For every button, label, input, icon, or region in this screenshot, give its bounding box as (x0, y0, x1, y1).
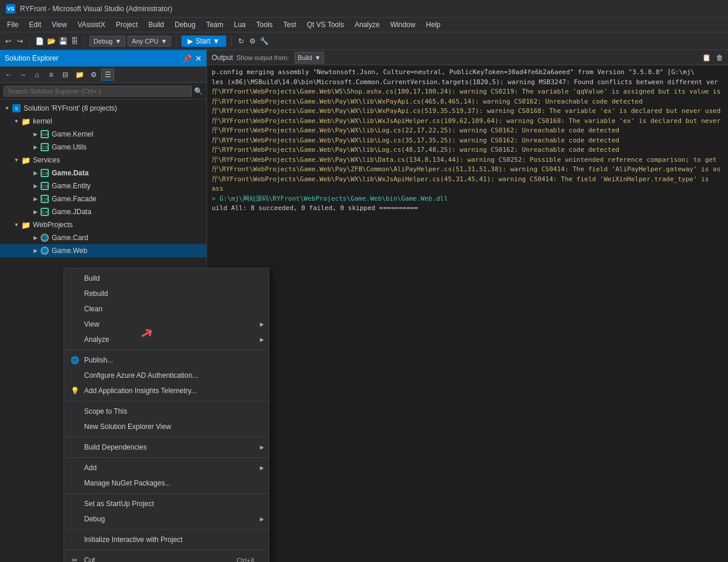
cm-clean[interactable]: Clean (64, 301, 269, 317)
se-properties-btn[interactable]: ⚙ (87, 69, 100, 81)
cm-build-deps-label: Build Dependencies (84, 443, 147, 451)
cm-add[interactable]: Add (64, 460, 269, 475)
se-game-entity-item[interactable]: ▶ C# Game.Entity (0, 179, 206, 192)
se-home-btn[interactable]: ⌂ (31, 69, 44, 81)
cm-manage-nuget[interactable]: Manage NuGet Packages... (64, 475, 269, 491)
se-search-input[interactable] (4, 86, 192, 97)
menu-bar: File Edit View VAssistX Project Build De… (0, 18, 728, 32)
cm-init-interactive[interactable]: Initialize Interactive with Project (64, 532, 269, 547)
menu-vassistx[interactable]: VAssistX (73, 19, 110, 31)
menu-edit[interactable]: Edit (24, 19, 46, 31)
tools-icon-1[interactable]: ⚙ (248, 36, 258, 46)
se-active-btn[interactable]: ☰ (101, 69, 114, 81)
output-toolbar-icons: 📋 🗑 (702, 54, 723, 62)
tools-icon-2[interactable]: 🔧 (260, 36, 269, 46)
cm-build-deps[interactable]: Build Dependencies (64, 440, 269, 455)
se-game-utils-item[interactable]: ▶ C# Game.Utils (0, 141, 206, 154)
se-collapse-btn[interactable]: ⊟ (59, 69, 72, 81)
cm-add-insights-label: Add Application Insights Telemetry... (84, 387, 197, 395)
folder-icon: 📁 (21, 220, 31, 230)
cm-cut-label: Cut (84, 556, 95, 562)
se-filter-btn[interactable]: ≡ (45, 69, 58, 81)
cm-scope[interactable]: Scope to This (64, 404, 269, 419)
se-back-btn[interactable]: ← (2, 69, 15, 81)
cm-publish[interactable]: 🌐 Publish... (64, 353, 269, 368)
refresh-icon[interactable]: ↻ (236, 36, 246, 46)
webprojects-label: WebProjects (33, 221, 73, 229)
cm-new-se-view[interactable]: New Solution Explorer View (64, 419, 269, 434)
menu-team[interactable]: Team (201, 19, 228, 31)
cm-debug[interactable]: Debug (64, 511, 269, 527)
output-line: > G:\mj\网站源码\RYFront\WebProjects\Game.We… (212, 194, 723, 204)
menu-qtvstools[interactable]: Qt VS Tools (302, 19, 349, 31)
save-icon[interactable]: 💾 (58, 36, 68, 46)
se-show-all-files-btn[interactable]: 📁 (73, 69, 86, 81)
cm-init-interactive-label: Initialize Interactive with Project (84, 536, 182, 544)
cm-configure-azure[interactable]: Configure Azure AD Authentication... (64, 368, 269, 383)
se-pin-icon[interactable]: 📌 (182, 54, 192, 63)
menu-analyze[interactable]: Analyze (350, 19, 385, 31)
output-clear-icon[interactable]: 🗑 (716, 54, 723, 62)
se-kernel-folder[interactable]: ▼ 📁 kernel (0, 115, 206, 128)
proj-icon: C# (40, 168, 49, 178)
cm-add-insights[interactable]: 💡 Add Application Insights Telemetry... (64, 383, 269, 398)
menu-help[interactable]: Help (421, 19, 445, 31)
output-source-arrow: ▼ (315, 54, 321, 61)
se-forward-btn[interactable]: → (16, 69, 29, 81)
menu-debug[interactable]: Debug (170, 19, 200, 31)
cm-publish-icon: 🌐 (69, 356, 81, 364)
expand-arrow: ▶ (31, 196, 40, 202)
se-header: Solution Explorer 📌 ✕ (0, 50, 206, 66)
menu-tools[interactable]: Tools (252, 19, 278, 31)
cm-view[interactable]: View (64, 317, 269, 332)
webproj-icon: 🌐 (40, 246, 49, 255)
new-icon[interactable]: 📄 (35, 36, 44, 46)
platform-dropdown[interactable]: Any CPU ▼ (128, 36, 171, 46)
window-title: RYFront - Microsoft Visual Studio (Admin… (20, 5, 172, 13)
cm-set-startup[interactable]: Set as StartUp Project (64, 496, 269, 511)
cm-cut[interactable]: ✂ Cut Ctrl+X (64, 553, 269, 562)
save-all-icon[interactable]: 🗄 (70, 36, 79, 46)
se-game-jdata-item[interactable]: ▶ C# Game.JData (0, 205, 206, 218)
se-game-kernel-item[interactable]: ▶ C# Game.Kernel (0, 128, 206, 141)
output-source-dropdown[interactable]: Build ▼ (295, 52, 323, 64)
output-line: 厅\RYFront\WebProjects\Game.Web\Pay\WX\li… (212, 107, 723, 117)
menu-project[interactable]: Project (111, 19, 142, 31)
undo-icon[interactable]: ↩ (4, 36, 13, 46)
debug-mode-dropdown[interactable]: Debug ▼ (89, 36, 125, 46)
menu-view[interactable]: View (47, 19, 72, 31)
cm-analyze[interactable]: Analyze (64, 332, 269, 347)
menu-build[interactable]: Build (143, 19, 169, 31)
menu-test[interactable]: Test (279, 19, 301, 31)
se-webprojects-folder[interactable]: ▼ 📁 WebProjects (0, 218, 206, 231)
cm-analyze-label: Analyze (84, 335, 109, 344)
folder-icon: 📁 (21, 117, 31, 126)
menu-window[interactable]: Window (386, 19, 420, 31)
se-search-icon[interactable]: 🔍 (194, 87, 203, 95)
expand-arrow: ▶ (31, 170, 40, 176)
cm-rebuild-label: Rebuild (84, 290, 108, 298)
se-close-icon[interactable]: ✕ (195, 54, 202, 63)
se-solution-item[interactable]: ▼ S Solution 'RYFront' (8 projects) (0, 102, 206, 115)
open-icon[interactable]: 📂 (46, 36, 56, 46)
menu-file[interactable]: File (2, 19, 23, 31)
output-panel: Output Show output from: Build ▼ 📋 🗑 p.c… (207, 50, 728, 562)
menu-lua[interactable]: Lua (229, 19, 251, 31)
se-game-facade-item[interactable]: ▶ C# Game.Facade (0, 192, 206, 205)
start-button[interactable]: ▶ Start ▼ (181, 35, 226, 47)
proj-icon: C# (40, 181, 49, 191)
game-utils-label: Game.Utils (52, 143, 86, 151)
cm-build[interactable]: Build (64, 271, 269, 286)
game-facade-label: Game.Facade (52, 195, 96, 203)
output-line: 厅\RYFront\WebProjects\Game.Web\Pay\ZFB\C… (212, 165, 723, 175)
cm-clean-label: Clean (84, 305, 102, 313)
output-copy-icon[interactable]: 📋 (702, 54, 711, 62)
se-game-web-item[interactable]: ▶ 🌐 Game.Web (0, 244, 206, 257)
expand-arrow: ▶ (31, 209, 40, 215)
cm-rebuild[interactable]: Rebuild (64, 286, 269, 301)
redo-icon[interactable]: ↪ (15, 36, 25, 46)
se-game-data-item[interactable]: ▶ C# Game.Data (0, 167, 206, 179)
se-game-card-item[interactable]: ▶ 🌐 Game.Card (0, 231, 206, 244)
se-services-folder[interactable]: ▼ 📁 Services (0, 154, 206, 167)
cm-insights-icon: 💡 (69, 387, 81, 395)
